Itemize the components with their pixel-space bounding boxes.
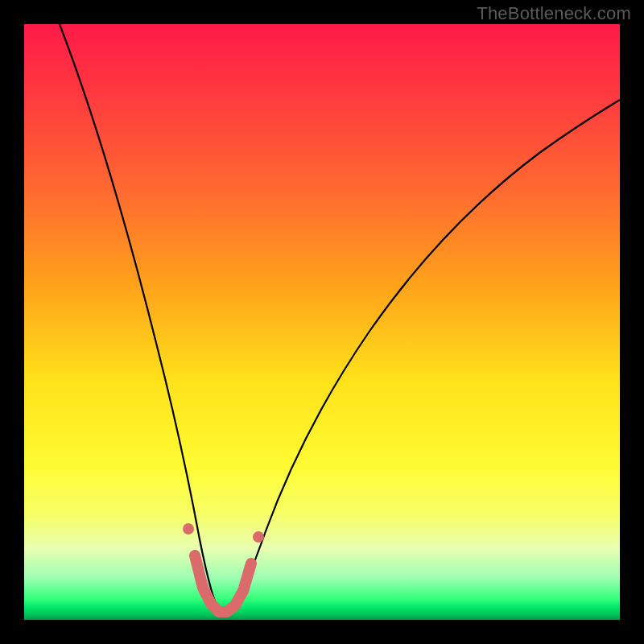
valley-highlight [195,555,251,612]
curve-layer [24,24,620,620]
watermark-text: TheBottleneck.com [477,3,631,24]
plot-area [24,24,620,620]
chart-frame: TheBottleneck.com [0,0,644,644]
bottleneck-curve [60,24,620,615]
valley-dot-left [183,523,194,535]
valley-dot-right [253,531,264,543]
